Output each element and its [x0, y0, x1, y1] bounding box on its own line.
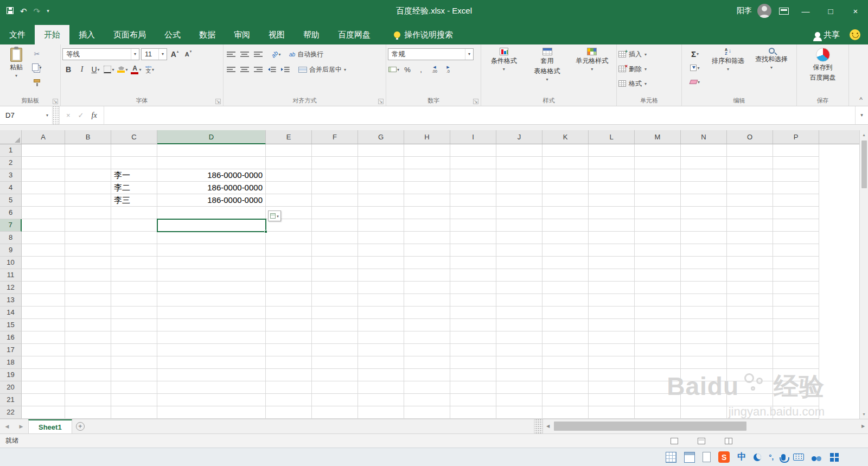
column-header-L[interactable]: L	[589, 130, 635, 144]
cell-L22[interactable]	[589, 406, 635, 419]
cell-A10[interactable]	[22, 257, 65, 269]
cell-H17[interactable]	[404, 344, 450, 356]
keyboard-icon[interactable]	[793, 454, 804, 461]
cell-P21[interactable]	[773, 394, 819, 406]
cell-D14[interactable]	[157, 307, 266, 319]
cell-F7[interactable]	[312, 219, 358, 232]
column-header-E[interactable]: E	[266, 130, 312, 144]
cell-L4[interactable]	[589, 182, 635, 194]
row-header-18[interactable]: 18	[0, 356, 22, 369]
font-color-button[interactable]: A	[130, 63, 142, 75]
clear-button[interactable]	[684, 76, 706, 88]
cell-M22[interactable]	[635, 406, 681, 419]
cell-D18[interactable]	[157, 356, 266, 369]
cell-E5[interactable]	[266, 194, 312, 207]
cell-P5[interactable]	[773, 194, 819, 207]
cell-K16[interactable]	[542, 331, 589, 344]
find-select-button[interactable]: 查找和选择	[750, 47, 793, 97]
redo-icon[interactable]	[34, 7, 41, 16]
column-header-M[interactable]: M	[635, 130, 681, 144]
name-box[interactable]: D7	[0, 106, 52, 124]
cell-A19[interactable]	[22, 369, 65, 381]
scroll-right-arrow[interactable]	[858, 419, 868, 433]
cell-C7[interactable]	[111, 219, 157, 232]
column-header-G[interactable]: G	[358, 130, 404, 144]
font-size-select[interactable]: 11	[141, 48, 167, 60]
cell-G13[interactable]	[358, 294, 404, 307]
cell-D2[interactable]	[157, 157, 266, 169]
column-header-D[interactable]: D	[157, 130, 266, 144]
cell-M7[interactable]	[635, 219, 681, 232]
cell-C17[interactable]	[111, 344, 157, 356]
cell-O15[interactable]	[727, 319, 773, 331]
previous-sheet-arrow[interactable]	[0, 419, 14, 433]
cell-D6[interactable]	[157, 207, 266, 219]
top-align-button[interactable]	[225, 48, 237, 60]
cell-styles-button[interactable]: 单元格样式	[569, 47, 615, 97]
cell-D21[interactable]	[157, 394, 266, 406]
new-sheet-button[interactable]	[72, 419, 88, 433]
cell-G6[interactable]	[358, 207, 404, 219]
cell-M4[interactable]	[635, 182, 681, 194]
cell-I11[interactable]	[450, 269, 496, 282]
cell-P2[interactable]	[773, 157, 819, 169]
cell-N16[interactable]	[681, 331, 727, 344]
cell-J13[interactable]	[496, 294, 542, 307]
increase-decimal-button[interactable]: .00	[429, 63, 441, 75]
cell-N4[interactable]	[681, 182, 727, 194]
format-painter-button[interactable]	[31, 75, 43, 87]
cell-N6[interactable]	[681, 207, 727, 219]
cell-K6[interactable]	[542, 207, 589, 219]
cell-M11[interactable]	[635, 269, 681, 282]
cell-I3[interactable]	[450, 169, 496, 182]
cell-D16[interactable]	[157, 331, 266, 344]
cell-C16[interactable]	[111, 331, 157, 344]
cell-E8[interactable]	[266, 232, 312, 244]
cell-N17[interactable]	[681, 344, 727, 356]
cell-M6[interactable]	[635, 207, 681, 219]
cell-J22[interactable]	[496, 406, 542, 419]
cell-M20[interactable]	[635, 381, 681, 394]
cell-O18[interactable]	[727, 356, 773, 369]
cell-P11[interactable]	[773, 269, 819, 282]
cell-H12[interactable]	[404, 282, 450, 294]
cell-I1[interactable]	[450, 144, 496, 157]
cell-E11[interactable]	[266, 269, 312, 282]
increase-font-size-button[interactable]: A	[169, 48, 181, 60]
cell-C3[interactable]: 李一	[111, 169, 157, 182]
column-header-C[interactable]: C	[111, 130, 157, 144]
cell-K10[interactable]	[542, 257, 589, 269]
cell-H18[interactable]	[404, 356, 450, 369]
cell-O2[interactable]	[727, 157, 773, 169]
cell-E15[interactable]	[266, 319, 312, 331]
cell-M12[interactable]	[635, 282, 681, 294]
cell-F15[interactable]	[312, 319, 358, 331]
horizontal-scroll-track[interactable]	[553, 419, 858, 433]
bold-button[interactable]: B	[62, 63, 74, 75]
cell-O6[interactable]	[727, 207, 773, 219]
cell-B7[interactable]	[65, 219, 111, 232]
cell-O17[interactable]	[727, 344, 773, 356]
cell-O21[interactable]	[727, 394, 773, 406]
column-header-P[interactable]: P	[773, 130, 819, 144]
cell-H1[interactable]	[404, 144, 450, 157]
cell-E4[interactable]	[266, 182, 312, 194]
tab-help[interactable]: 帮助	[294, 25, 329, 44]
cell-I14[interactable]	[450, 307, 496, 319]
cell-L8[interactable]	[589, 232, 635, 244]
column-header-F[interactable]: F	[312, 130, 358, 144]
cell-B6[interactable]	[65, 207, 111, 219]
cell-E10[interactable]	[266, 257, 312, 269]
namebox-splitter[interactable]	[52, 106, 60, 124]
cell-B2[interactable]	[65, 157, 111, 169]
fill-button[interactable]	[684, 62, 706, 74]
tab-home[interactable]: 开始	[35, 25, 69, 44]
cell-P8[interactable]	[773, 232, 819, 244]
cell-P3[interactable]	[773, 169, 819, 182]
cell-M8[interactable]	[635, 232, 681, 244]
cell-N5[interactable]	[681, 194, 727, 207]
wrap-text-button[interactable]: ab自动换行	[289, 48, 323, 60]
tab-file[interactable]: 文件	[0, 25, 35, 44]
cell-L2[interactable]	[589, 157, 635, 169]
page-layout-view-button[interactable]	[698, 438, 705, 444]
